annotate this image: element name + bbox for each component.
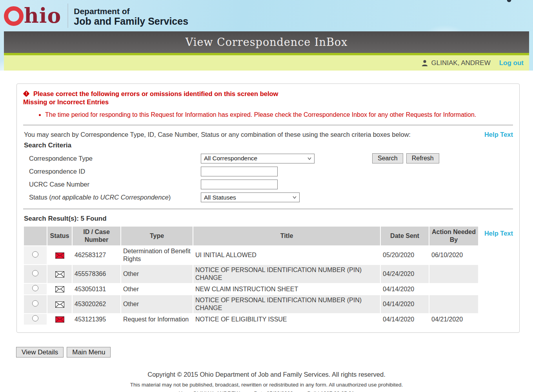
row-action-needed: 04/21/2020 [429,314,478,325]
results-help-text-link[interactable]: Help Text [484,230,513,237]
row-title: UI INITIAL ALLOWED [193,246,380,264]
row-title: NOTICE OF PERSONAL IDENTIFICATION NUMBER… [193,265,380,283]
row-select-radio[interactable] [32,315,38,321]
row-date-sent: 05/20/2020 [381,246,429,264]
title-bar: View Correspondence InBox [4,31,529,53]
search-button[interactable]: Search [372,153,403,163]
envelope-read-icon [47,284,72,294]
page-footer: Copyright © 2015 Ohio Department of Job … [0,371,533,392]
row-select-radio[interactable] [32,285,38,291]
correspondence-id-input[interactable] [201,167,278,176]
correspondence-type-select[interactable]: All Correspondence [201,154,315,163]
search-intro-row: You may search by Correspondence Type, I… [23,131,513,138]
row-type: Other [121,265,193,283]
title-column-header: Title [193,227,380,245]
error-icon: ! [23,91,30,97]
row-select-radio[interactable] [32,251,38,258]
page-title: View Correspondence InBox [186,36,348,48]
row-date-sent: 04/14/2020 [381,314,429,325]
legal-text: This material may not be published, broa… [0,382,533,388]
form-row-correspondence-type: Correspondence Type All Correspondence S… [29,153,513,163]
row-select-radio[interactable] [32,270,38,276]
results-header-row: Status ID / Case Number Type Title Date … [24,227,478,245]
meta-build: Build:1087.20.05.01 [307,390,354,392]
row-action-needed: 06/10/2020 [429,246,478,264]
error-subheading: Missing or Incorrect Entries [23,98,513,106]
correspondence-id-label: Correspondence ID [29,168,201,175]
view-details-button[interactable]: View Details [16,347,64,358]
table-row: 453020262 Other NOTICE OF PERSONAL IDENT… [24,295,478,313]
department-line1: Department of [74,7,188,16]
table-row: 455578366 Other NOTICE OF PERSONAL IDENT… [24,265,478,283]
row-id: 453121395 [73,314,120,325]
department-name: Department of Job and Family Services [74,5,188,27]
chevron-down-icon [307,157,311,160]
row-title: NOTICE OF PERSONAL IDENTIFICATION NUMBER… [193,295,380,313]
status-value: All Statuses [204,194,236,201]
type-column-header: Type [121,227,193,245]
row-type: Other [121,295,193,313]
envelope-unread-icon [47,246,72,264]
user-name: GLINIAK, ANDREW [431,59,491,67]
row-title: NEW CLAIM INSTRUCTION SHEET [193,284,380,294]
results-table: Status ID / Case Number Type Title Date … [23,226,479,325]
user-icon [421,60,428,67]
error-list: The time period for responding to this R… [45,111,513,118]
main-content-panel: ! Please correct the following errors or… [16,83,520,333]
row-type: Other [121,284,193,294]
row-select-radio[interactable] [32,300,38,307]
table-row: 453121395 Request for Information NOTICE… [24,314,478,325]
table-row: 453050131 Other NEW CLAIM INSTRUCTION SH… [24,284,478,294]
row-id: 462583127 [73,246,120,264]
row-id: 455578366 [73,265,120,283]
section-divider [23,209,513,209]
logout-link[interactable]: Log out [499,59,524,67]
envelope-read-icon [47,295,72,313]
row-id: 453050131 [73,284,120,294]
correspondence-type-value: All Correspondence [204,155,257,162]
results-summary: Search Result(s): 5 Found [24,215,513,223]
row-date-sent: 04/14/2020 [381,295,429,313]
chevron-down-icon [293,196,297,199]
correspondence-type-label: Correspondence Type [29,155,201,162]
row-action-needed [429,265,478,283]
refresh-button[interactable]: Refresh [406,153,439,163]
logo-divider [67,4,68,28]
envelope-unread-icon [47,314,72,325]
error-heading-text: Please correct the following errors or o… [33,90,278,98]
form-row-ucrc-case-number: UCRC Case Number [29,180,513,189]
search-help-text-link[interactable]: Help Text [484,131,513,138]
main-menu-button[interactable]: Main Menu [67,347,111,358]
bottom-actions: View Details Main Menu [16,347,533,358]
date-sent-column-header: Date Sent [381,227,429,245]
form-row-status: Status (not applicable to UCRC Correspon… [29,192,513,202]
section-divider [23,125,513,125]
ucrc-case-number-input[interactable] [201,180,278,189]
copyright-text: Copyright © 2015 Ohio Department of Job … [0,371,533,378]
select-column-header [24,227,47,245]
ohio-logo-text: hio [24,5,61,26]
row-type: Determination of Benefit Rights [121,246,193,264]
form-row-correspondence-id: Correspondence ID [29,167,513,176]
row-date-sent: 04/14/2020 [381,284,429,294]
error-item: The time period for responding to this R… [45,111,513,118]
table-row: 462583127 Determination of Benefit Right… [24,246,478,264]
row-action-needed [429,295,478,313]
status-column-header: Status [47,227,72,245]
row-action-needed [429,284,478,294]
envelope-read-icon [47,265,72,283]
status-label: Status (not applicable to UCRC Correspon… [29,194,201,201]
session-meta: User: GLINIAK, ANDREWDate:05/20/2020Buil… [0,390,533,392]
results-table-row: Status ID / Case Number Type Title Date … [23,226,513,325]
search-intro-text: You may search by Correspondence Type, I… [24,131,411,138]
search-criteria-title: Search Criteria [24,142,513,149]
ucrc-case-number-label: UCRC Case Number [29,181,201,188]
status-select[interactable]: All Statuses [201,192,300,202]
error-heading-row: ! Please correct the following errors or… [23,90,513,98]
meta-date: Date:05/20/2020 [254,390,293,392]
meta-user: User: GLINIAK, ANDREW [179,390,240,392]
ohio-logo: hio [4,5,61,26]
header-banner: hio Department of Job and Family Service… [0,0,533,71]
user-bar: GLINIAK, ANDREW Log out [4,55,529,71]
department-line2: Job and Family Services [74,16,188,27]
